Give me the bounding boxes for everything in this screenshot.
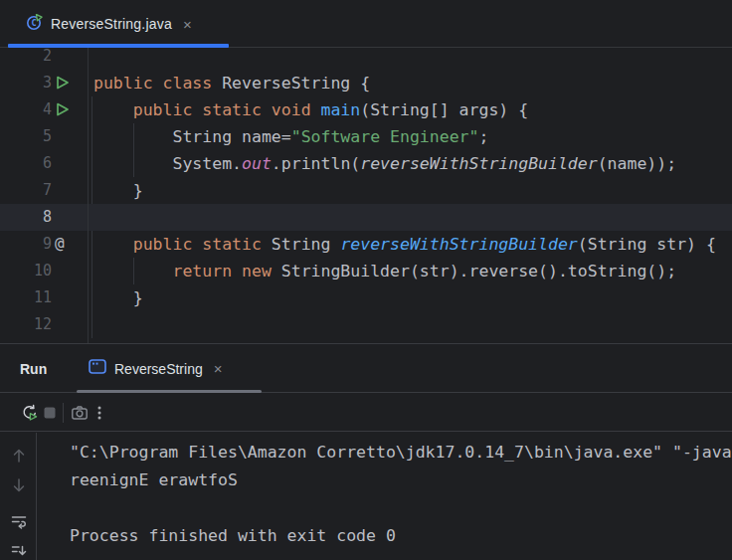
- active-run-tab-indicator: [77, 390, 262, 393]
- prev-occurrence-button[interactable]: [10, 447, 28, 465]
- gutter-separator: [88, 48, 89, 343]
- run-tab-close-icon[interactable]: ×: [211, 359, 226, 378]
- console-side-toolbar: [0, 433, 37, 560]
- code-line: 10 return new StringBuilder(str).reverse…: [0, 258, 732, 284]
- editor-tab-reversestring-java[interactable]: C ReverseString.java ×: [12, 0, 209, 48]
- code-line: 2: [0, 48, 732, 70]
- run-gutter-icon[interactable]: [55, 101, 72, 118]
- up-arrow-icon: [10, 447, 28, 465]
- code-line: 3public class ReverseString {: [0, 70, 732, 96]
- line-number: 2: [0, 48, 52, 70]
- code-text: String name="Software Engineer";: [89, 123, 488, 150]
- code-text: }: [89, 284, 143, 311]
- line-number: 6: [0, 150, 52, 177]
- editor-tab-bar: C ReverseString.java ×: [0, 0, 732, 48]
- line-number: 8: [0, 204, 52, 231]
- console-panel: "C:\Program Files\Amazon Corretto\jdk17.…: [0, 433, 732, 560]
- run-gutter-icon[interactable]: [55, 75, 72, 92]
- line-number: 9: [0, 231, 52, 258]
- code-text: public static void main(String[] args) {: [89, 96, 528, 123]
- code-text: [89, 204, 93, 231]
- run-tab-label: ReverseString: [114, 361, 203, 377]
- line-number: 4: [0, 96, 52, 123]
- rerun-icon: [21, 404, 39, 422]
- code-line: 9@ public static String reverseWithStrin…: [0, 231, 732, 258]
- stop-button[interactable]: [38, 401, 62, 425]
- line-number: 5: [0, 123, 52, 150]
- svg-text:C: C: [31, 18, 36, 28]
- stop-icon: [42, 405, 58, 421]
- scroll-to-end-icon: [10, 544, 28, 560]
- run-tool-window-header: Run ReverseString ×: [0, 343, 732, 393]
- editor-tab-close-icon[interactable]: ×: [180, 15, 195, 34]
- code-line: 12: [0, 311, 732, 338]
- scroll-to-end-button[interactable]: [10, 544, 28, 560]
- code-line: 8: [0, 204, 732, 231]
- kebab-menu-icon: [92, 404, 107, 422]
- run-toolbar: [0, 394, 732, 432]
- soft-wrap-icon: [10, 512, 28, 530]
- line-number: 7: [0, 177, 52, 204]
- line-number: 12: [0, 311, 52, 338]
- run-configuration-app-icon: [89, 359, 106, 378]
- editor-tab-label: ReverseString.java: [51, 16, 172, 32]
- camera-icon: [71, 404, 89, 422]
- code-line: 5 String name="Software Engineer";: [0, 123, 732, 150]
- code-text: [89, 48, 93, 70]
- code-line: 4 public static void main(String[] args)…: [0, 96, 732, 123]
- code-text: public static String reverseWithStringBu…: [89, 231, 716, 258]
- line-number: 10: [0, 258, 52, 284]
- code-text: [89, 311, 93, 338]
- code-line: 11 }: [0, 284, 732, 311]
- current-line-highlight: [0, 204, 732, 231]
- run-tab-reversestring[interactable]: ReverseString ×: [77, 344, 237, 393]
- code-text: public class ReverseString {: [89, 70, 370, 96]
- code-text: return new StringBuilder(str).reverse().…: [89, 258, 676, 284]
- code-line: 6 System.out.println(reverseWithStringBu…: [0, 150, 732, 177]
- next-occurrence-button[interactable]: [10, 476, 28, 494]
- line-number: 11: [0, 284, 52, 311]
- console-output: "C:\Program Files\Amazon Corretto\jdk17.…: [70, 439, 732, 550]
- line-number: 3: [0, 70, 52, 96]
- java-runnable-class-icon: C: [26, 14, 43, 35]
- soft-wrap-button[interactable]: [10, 512, 28, 530]
- code-editor[interactable]: 23public class ReverseString {4 public s…: [0, 48, 732, 343]
- down-arrow-icon: [10, 476, 28, 494]
- more-options-button[interactable]: [88, 401, 111, 425]
- code-line: 7 }: [0, 177, 732, 204]
- toolbar-separator: [63, 403, 64, 423]
- annotation-gutter-icon[interactable]: @: [55, 231, 75, 258]
- code-text: }: [89, 177, 143, 204]
- code-text: System.out.println(reverseWithStringBuil…: [89, 150, 676, 177]
- run-tool-window-title: Run: [20, 344, 47, 393]
